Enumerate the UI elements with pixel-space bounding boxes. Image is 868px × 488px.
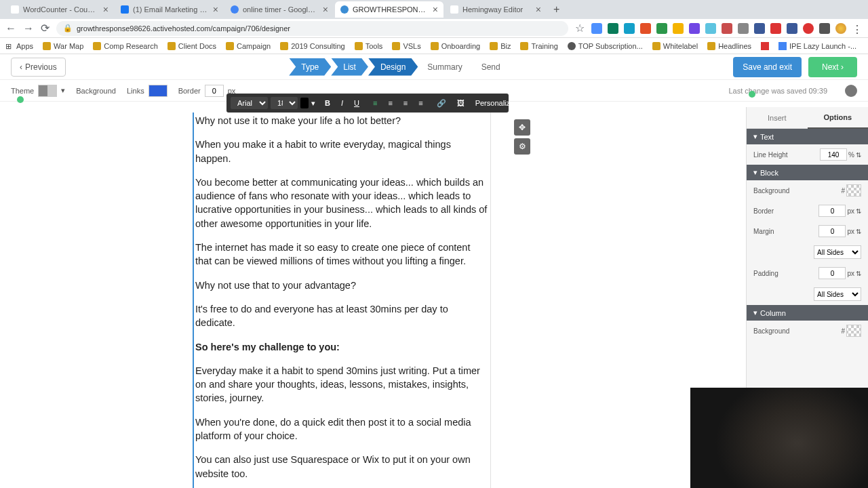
links-color[interactable]	[149, 85, 167, 97]
paragraph[interactable]: Why not use it to make your life a ho lo…	[195, 114, 489, 127]
reload-button[interactable]: ⟳	[41, 22, 50, 35]
url-input[interactable]: 🔒 growthresponse98626.activehosted.com/c…	[56, 21, 568, 36]
extension-icon[interactable]	[803, 23, 814, 34]
personalize-button[interactable]: Personalize	[471, 98, 518, 108]
bookmark[interactable]	[761, 42, 769, 50]
close-icon[interactable]: ×	[213, 4, 218, 15]
extension-icon[interactable]	[770, 23, 781, 34]
email-body[interactable]: Why not use it to make your life a ho lo…	[193, 113, 491, 488]
paragraph[interactable]: When you make it a habit to write everyd…	[195, 138, 489, 165]
paragraph[interactable]: Why not use that to your advantage?	[195, 279, 489, 292]
paragraph[interactable]: When you're done, do a quick edit then p…	[195, 415, 489, 443]
extension-icon[interactable]	[689, 23, 700, 34]
padding-sides-select[interactable]: All Sides	[814, 287, 861, 301]
move-icon[interactable]: ✥	[514, 119, 530, 136]
section-block[interactable]: ▾Block	[747, 165, 868, 180]
bookmark[interactable]: Tools	[355, 42, 383, 50]
margin-input[interactable]	[818, 225, 846, 237]
bookmark[interactable]: Client Docs	[167, 42, 216, 50]
gear-icon[interactable]: ⚙	[514, 138, 530, 155]
bookmark[interactable]: 2019 Consulting	[280, 42, 345, 50]
border-input[interactable]	[205, 85, 224, 97]
extension-icon[interactable]	[591, 23, 602, 34]
margin-sides-select[interactable]: All Sides	[814, 245, 861, 259]
bookmark[interactable]: War Map	[43, 42, 83, 50]
paragraph[interactable]: It's free to do and everyone has at leas…	[195, 302, 489, 330]
underline-button[interactable]: U	[350, 98, 363, 108]
step-summary[interactable]: Summary	[418, 58, 471, 76]
chevron-down-icon[interactable]: ▾	[521, 99, 525, 108]
bookmark[interactable]: Training	[520, 42, 557, 50]
bookmark[interactable]: VSLs	[392, 42, 420, 50]
close-icon[interactable]: ×	[536, 4, 541, 15]
star-icon[interactable]: ☆	[575, 22, 585, 35]
padding-input[interactable]	[818, 267, 846, 279]
extension-icon[interactable]	[705, 23, 716, 34]
bookmark[interactable]: Whitelabel	[652, 42, 698, 50]
next-button[interactable]: Next ›	[808, 57, 857, 77]
paragraph[interactable]: Everyday make it a habit to spend 30mins…	[195, 364, 489, 405]
extension-icon[interactable]	[640, 23, 651, 34]
paragraph[interactable]: You become better at communicating your …	[195, 176, 489, 230]
new-tab-button[interactable]: +	[553, 3, 559, 16]
forward-button[interactable]: →	[23, 22, 34, 35]
align-justify-button[interactable]: ≡	[414, 98, 427, 108]
align-left-button[interactable]: ≡	[369, 98, 381, 108]
bg-color-picker[interactable]	[846, 184, 861, 197]
extension-icon[interactable]	[608, 23, 618, 34]
column-bg-picker[interactable]	[846, 325, 861, 337]
close-icon[interactable]: ×	[103, 4, 108, 15]
profile-avatar[interactable]	[835, 23, 846, 34]
section-text[interactable]: ▾Text	[747, 129, 868, 144]
close-icon[interactable]: ×	[433, 4, 438, 15]
bold-button[interactable]: B	[321, 98, 334, 108]
close-icon[interactable]: ×	[323, 4, 328, 15]
font-size-select[interactable]: 18	[271, 97, 298, 109]
bookmark[interactable]: Comp Research	[93, 42, 157, 50]
link-button[interactable]: 🔗	[433, 98, 450, 109]
step-design[interactable]: Design	[368, 58, 418, 76]
browser-tab[interactable]: Hemingway Editor×	[445, 1, 547, 18]
step-type[interactable]: Type	[289, 58, 331, 76]
back-button[interactable]: ←	[5, 22, 16, 35]
extension-icon[interactable]	[656, 23, 667, 34]
bookmark[interactable]: ⊞Apps	[5, 42, 33, 50]
align-center-button[interactable]: ≡	[384, 98, 396, 108]
stepper-icon[interactable]: ⇅	[856, 207, 861, 215]
bookmark[interactable]: Headlines	[707, 42, 751, 50]
bookmark[interactable]: TOP Subscription...	[568, 42, 643, 50]
stepper-icon[interactable]: ⇅	[856, 270, 861, 277]
browser-tab[interactable]: (1) Email Marketing Rainmake×	[115, 1, 224, 18]
step-send[interactable]: Send	[472, 58, 510, 76]
browser-tab-active[interactable]: GROWTHRESPONSE98626 E×	[335, 1, 443, 18]
stepper-icon[interactable]: ⇅	[856, 151, 861, 159]
gear-icon[interactable]	[845, 85, 857, 97]
tab-options[interactable]: Options	[808, 107, 869, 129]
extension-icon[interactable]	[624, 23, 635, 34]
theme-picker[interactable]	[38, 85, 57, 97]
extension-icon[interactable]	[754, 23, 765, 34]
bookmark[interactable]: Campaign	[226, 42, 271, 50]
puzzle-icon[interactable]	[819, 23, 830, 34]
tab-insert[interactable]: Insert	[747, 107, 808, 129]
font-family-select[interactable]: Arial	[231, 97, 268, 109]
align-right-button[interactable]: ≡	[399, 98, 412, 108]
browser-tab[interactable]: WordCounter - Count Words×	[5, 1, 114, 18]
border-input[interactable]	[818, 205, 846, 217]
bookmark[interactable]: Onboarding	[431, 42, 481, 50]
stepper-icon[interactable]: ⇅	[856, 228, 861, 235]
extension-icon[interactable]	[787, 23, 797, 34]
extension-icon[interactable]	[722, 23, 732, 34]
section-column[interactable]: ▾Column	[747, 305, 868, 321]
line-height-input[interactable]	[820, 148, 847, 161]
bookmark[interactable]: IPE Lazy Launch -...	[778, 42, 856, 50]
bookmark[interactable]: Biz	[490, 42, 511, 50]
menu-icon[interactable]: ⋮	[852, 23, 863, 34]
previous-button[interactable]: ‹Previous	[11, 58, 66, 77]
italic-button[interactable]: I	[337, 98, 347, 108]
paragraph[interactable]: You can also just use Squarespace or Wix…	[195, 453, 489, 481]
paragraph-bold[interactable]: So here's my challenge to you:	[195, 340, 489, 354]
font-color-picker[interactable]	[300, 98, 309, 108]
paragraph[interactable]: The internet has made it so easy to crea…	[195, 241, 489, 268]
browser-tab[interactable]: online timer - Google Search×	[225, 1, 334, 18]
